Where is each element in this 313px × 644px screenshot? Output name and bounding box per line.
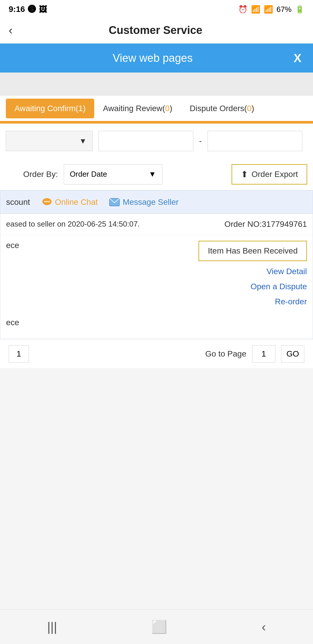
chat-bubble-icon	[42, 197, 52, 207]
tabs-container: Awaiting Confirm(1) Awaiting Review(0) D…	[0, 96, 313, 122]
home-icon[interactable]: ⬜	[151, 619, 167, 634]
back-nav-icon[interactable]: ‹	[262, 620, 266, 634]
filter-dash: -	[199, 136, 202, 146]
tab1-count: 1	[78, 104, 83, 113]
view-detail-link[interactable]: View Detail	[266, 267, 307, 276]
battery-display: 67%	[276, 5, 292, 14]
reorder-link[interactable]: Re-order	[275, 297, 307, 306]
banner-title: View web pages	[12, 52, 294, 64]
filter-section: ▼ -	[0, 124, 313, 158]
tab-dispute-orders[interactable]: Dispute Orders(0)	[181, 99, 263, 118]
order-export-button[interactable]: ⬆ Order Export	[232, 164, 307, 184]
s-icon: 🅢	[28, 5, 36, 14]
time-display: 9:16	[9, 5, 25, 14]
current-page-box[interactable]: 1	[9, 345, 29, 363]
status-bar-left: 9:16 🅢 🖼	[9, 5, 47, 14]
status-bar-right: ⏰ 📶 📶 67% 🔋	[238, 5, 304, 14]
alarm-icon: ⏰	[238, 5, 248, 14]
blue-banner: View web pages X	[0, 44, 313, 73]
toolbar-online-chat[interactable]: Online Chat	[42, 197, 98, 207]
export-label: Order Export	[252, 170, 298, 179]
status-bar: 9:16 🅢 🖼 ⏰ 📶 📶 67% 🔋	[0, 0, 313, 17]
pagination: 1 Go to Page 1 GO	[0, 339, 313, 368]
page-number-input[interactable]: 1	[252, 345, 275, 363]
filter-date-from[interactable]	[99, 131, 193, 151]
wifi-icon: 📶	[251, 5, 260, 14]
tab3-label: Dispute Orders(0)	[190, 104, 254, 113]
battery-icon: 🔋	[295, 5, 304, 14]
gray-spacer	[0, 73, 313, 96]
item-received-button[interactable]: Item Has Been Received	[199, 241, 307, 261]
discount-label: scount	[6, 198, 30, 207]
order-toolbar: scount Online Chat Message Seller	[0, 191, 313, 214]
message-seller-label: Message Seller	[123, 198, 179, 207]
go-to-page-label: Go to Page	[205, 349, 246, 359]
order-card: scount Online Chat Message Seller eased …	[0, 190, 313, 339]
product2-area: ece	[0, 312, 313, 339]
tab1-label: Awaiting Confirm(1)	[14, 104, 85, 113]
product1-area: ece Item Has Been Received View Detail O…	[0, 235, 313, 312]
filter-dropdown[interactable]: ▼	[6, 131, 93, 151]
open-dispute-link[interactable]: Open a Dispute	[250, 282, 307, 291]
header: ‹ Customer Service	[0, 17, 313, 44]
action-buttons: Item Has Been Received View Detail Open …	[199, 241, 307, 306]
orderby-value: Order Date	[70, 170, 107, 179]
order-number: Order NO:3177949761	[224, 220, 307, 229]
bottom-nav: ||| ⬜ ‹	[0, 609, 313, 644]
toolbar-message-seller[interactable]: Message Seller	[109, 198, 179, 207]
back-button[interactable]: ‹	[9, 24, 12, 37]
envelope-icon	[109, 198, 120, 206]
svg-point-1	[44, 201, 46, 202]
filter-date-to[interactable]	[208, 131, 302, 151]
orderby-label: Order By:	[23, 170, 58, 179]
gallery-icon: 🖼	[39, 5, 47, 14]
tab2-label: Awaiting Review(0)	[103, 104, 172, 113]
orderby-select[interactable]: Order Date ▼	[64, 164, 162, 184]
filter-dropdown-arrow: ▼	[79, 137, 87, 146]
menu-icon[interactable]: |||	[47, 620, 57, 634]
svg-point-3	[48, 201, 50, 202]
go-button[interactable]: GO	[281, 345, 304, 363]
upload-icon: ⬆	[241, 169, 248, 179]
tab2-count: 0	[165, 104, 170, 113]
order-released-text: eased to seller on 2020-06-25 14:50:07.	[6, 220, 224, 229]
product1-name: ece	[6, 241, 199, 250]
orderby-arrow: ▼	[149, 170, 156, 179]
tab-awaiting-confirm[interactable]: Awaiting Confirm(1)	[6, 99, 94, 118]
tab3-count: 0	[247, 104, 252, 113]
signal-icon: 📶	[264, 5, 273, 14]
product2-name: ece	[6, 318, 307, 327]
tab-awaiting-review[interactable]: Awaiting Review(0)	[94, 99, 181, 118]
page-title: Customer Service	[18, 24, 293, 37]
orderby-section: Order By: Order Date ▼ ⬆ Order Export	[0, 158, 313, 190]
svg-point-2	[46, 201, 48, 202]
bottom-spacer	[0, 368, 313, 403]
order-info-row: eased to seller on 2020-06-25 14:50:07. …	[0, 214, 313, 235]
toolbar-discount[interactable]: scount	[6, 198, 30, 207]
banner-close-button[interactable]: X	[294, 52, 301, 65]
online-chat-label: Online Chat	[55, 198, 98, 207]
